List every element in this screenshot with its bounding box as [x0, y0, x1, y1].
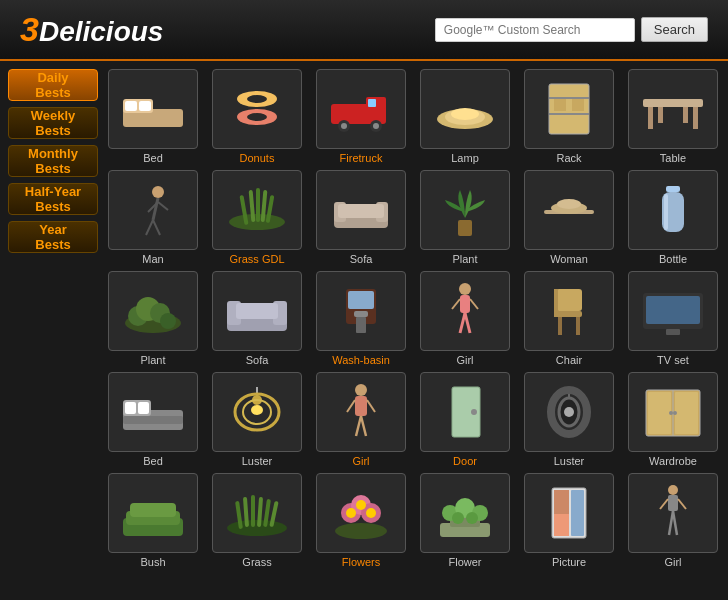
svg-line-139: [660, 499, 668, 509]
item-thumbnail: [524, 473, 614, 553]
item-label: Grass: [242, 556, 271, 568]
search-button[interactable]: Search: [641, 17, 708, 42]
item-thumbnail: [420, 473, 510, 553]
list-item[interactable]: Sofa: [312, 170, 410, 265]
item-thumbnail: [420, 69, 510, 149]
item-thumbnail: [628, 170, 718, 250]
sidebar-item-halfyear[interactable]: Half-YearBests: [8, 183, 98, 215]
item-label: Flowers: [342, 556, 381, 568]
svg-rect-77: [666, 329, 680, 335]
item-label: Bush: [140, 556, 165, 568]
list-item[interactable]: Flower: [416, 473, 514, 568]
list-item[interactable]: Bed: [104, 69, 202, 164]
svg-rect-136: [668, 495, 678, 511]
item-thumbnail: [628, 372, 718, 452]
item-label: Plant: [452, 253, 477, 265]
list-item[interactable]: Lamp: [416, 69, 514, 164]
list-item[interactable]: Bush: [104, 473, 202, 568]
grid-section: Bed Donuts Firetruck Lamp: [104, 69, 722, 568]
list-item[interactable]: Wash-basin: [312, 271, 410, 366]
svg-rect-112: [251, 495, 255, 527]
svg-rect-80: [125, 402, 136, 414]
svg-rect-44: [458, 220, 472, 236]
svg-rect-71: [556, 311, 582, 317]
sidebar-item-year[interactable]: YearBests: [8, 221, 98, 253]
item-thumbnail: [316, 372, 406, 452]
svg-rect-81: [138, 402, 149, 414]
item-thumbnail: [628, 271, 718, 351]
item-thumbnail: [628, 473, 718, 553]
list-item[interactable]: Bed: [104, 372, 202, 467]
svg-line-67: [465, 313, 470, 333]
item-label: Man: [142, 253, 163, 265]
sidebar-item-daily[interactable]: DailyBests: [8, 69, 98, 101]
list-item[interactable]: Plant: [104, 271, 202, 366]
item-label: Lamp: [451, 152, 479, 164]
halfyear-row: Bed Luster Girl Door: [104, 372, 722, 467]
list-item[interactable]: Donuts: [208, 69, 306, 164]
list-item[interactable]: Flowers: [312, 473, 410, 568]
list-item[interactable]: Girl: [312, 372, 410, 467]
logo-number: 3: [20, 10, 39, 48]
item-label: Wardrobe: [649, 455, 697, 467]
list-item[interactable]: Luster: [208, 372, 306, 467]
sidebar-item-monthly[interactable]: MonthlyBests: [8, 145, 98, 177]
svg-rect-23: [643, 99, 703, 107]
svg-point-120: [346, 508, 356, 518]
sidebar-label-year: YearBests: [35, 222, 70, 252]
list-item[interactable]: Chair: [520, 271, 618, 366]
list-item[interactable]: Picture: [520, 473, 618, 568]
item-thumbnail: [316, 473, 406, 553]
sidebar-item-weekly[interactable]: WeeklyBests: [8, 107, 98, 139]
svg-rect-133: [554, 490, 569, 512]
svg-rect-19: [549, 97, 589, 99]
list-item[interactable]: Girl: [624, 473, 722, 568]
item-thumbnail: [316, 170, 406, 250]
item-label: Plant: [140, 354, 165, 366]
svg-rect-50: [664, 194, 668, 230]
svg-line-68: [452, 299, 460, 309]
list-item[interactable]: TV set: [624, 271, 722, 366]
monthly-row: Plant Sofa Wash-basin Girl: [104, 271, 722, 366]
svg-rect-102: [648, 392, 671, 434]
svg-rect-37: [256, 188, 260, 222]
item-label: Girl: [352, 455, 369, 467]
list-item[interactable]: Woman: [520, 170, 618, 265]
list-item[interactable]: Grass GDL: [208, 170, 306, 265]
list-item[interactable]: Grass: [208, 473, 306, 568]
search-input[interactable]: [435, 18, 635, 42]
item-thumbnail: [108, 69, 198, 149]
svg-rect-24: [648, 107, 653, 129]
item-label: Table: [660, 152, 686, 164]
item-thumbnail: [212, 473, 302, 553]
list-item[interactable]: Rack: [520, 69, 618, 164]
svg-rect-89: [355, 396, 367, 416]
item-label: Luster: [554, 455, 585, 467]
svg-line-30: [146, 220, 153, 235]
item-thumbnail: [316, 69, 406, 149]
item-label: Door: [453, 455, 477, 467]
item-thumbnail: [212, 372, 302, 452]
svg-rect-108: [130, 503, 176, 517]
list-item[interactable]: Door: [416, 372, 514, 467]
sidebar: DailyBests WeeklyBests MonthlyBests Half…: [8, 69, 98, 568]
list-item[interactable]: Table: [624, 69, 722, 164]
list-item[interactable]: Man: [104, 170, 202, 265]
svg-line-31: [153, 220, 160, 235]
list-item[interactable]: Plant: [416, 170, 514, 265]
sidebar-label-halfyear: Half-YearBests: [25, 184, 81, 214]
item-thumbnail: [420, 170, 510, 250]
list-item[interactable]: Girl: [416, 271, 514, 366]
svg-rect-20: [549, 113, 589, 115]
list-item[interactable]: Wardrobe: [624, 372, 722, 467]
svg-rect-3: [139, 101, 151, 111]
list-item[interactable]: Firetruck: [312, 69, 410, 164]
list-item[interactable]: Luster: [520, 372, 618, 467]
svg-rect-73: [576, 317, 580, 335]
svg-line-93: [367, 400, 375, 412]
list-item[interactable]: Bottle: [624, 170, 722, 265]
svg-rect-27: [683, 107, 688, 123]
svg-point-5: [247, 95, 267, 103]
svg-line-91: [361, 416, 366, 436]
list-item[interactable]: Sofa: [208, 271, 306, 366]
